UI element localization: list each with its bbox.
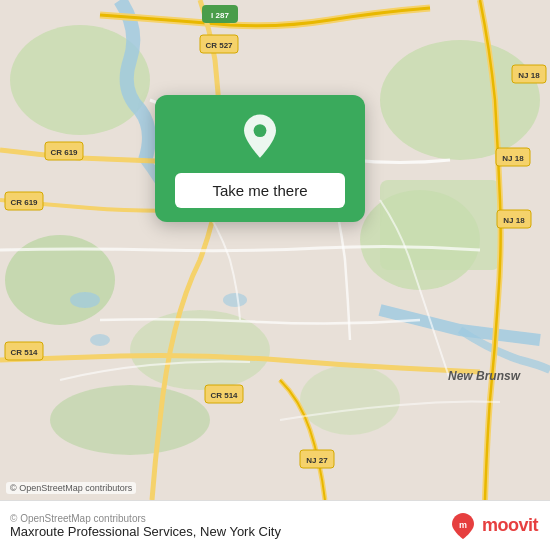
svg-text:CR 619: CR 619 (10, 198, 38, 207)
attribution-text: © OpenStreetMap contributors (10, 483, 132, 493)
svg-text:NJ 18: NJ 18 (518, 71, 540, 80)
popup-card: Take me there (155, 95, 365, 222)
bottom-bar: © OpenStreetMap contributors Maxroute Pr… (0, 500, 550, 550)
svg-point-11 (223, 293, 247, 307)
svg-text:NJ 18: NJ 18 (502, 154, 524, 163)
svg-point-10 (90, 334, 110, 346)
svg-text:CR 514: CR 514 (210, 391, 238, 400)
svg-point-9 (70, 292, 100, 308)
svg-point-33 (254, 124, 267, 137)
moovit-text: moovit (482, 515, 538, 536)
app-name: Maxroute Professional Services, New York… (10, 524, 281, 539)
moovit-logo-icon: m (449, 512, 477, 540)
svg-text:m: m (459, 520, 467, 530)
svg-point-7 (50, 385, 210, 455)
map-background: I 287 CR 527 CR 619 CR 619 NJ 18 NJ 18 N… (0, 0, 550, 500)
svg-text:NJ 27: NJ 27 (306, 456, 328, 465)
take-me-there-button[interactable]: Take me there (175, 173, 345, 208)
svg-text:I 287: I 287 (211, 11, 229, 20)
svg-point-2 (380, 40, 540, 160)
map-attribution: © OpenStreetMap contributors (6, 482, 136, 494)
svg-text:New Brunsw: New Brunsw (448, 369, 521, 383)
svg-text:CR 527: CR 527 (205, 41, 233, 50)
svg-text:NJ 18: NJ 18 (503, 216, 525, 225)
svg-point-8 (300, 365, 400, 435)
app-info: © OpenStreetMap contributors Maxroute Pr… (10, 513, 281, 539)
map-container: I 287 CR 527 CR 619 CR 619 NJ 18 NJ 18 N… (0, 0, 550, 500)
svg-rect-4 (380, 180, 500, 270)
openstreetmap-attribution: © OpenStreetMap contributors (10, 513, 281, 524)
svg-text:CR 619: CR 619 (50, 148, 78, 157)
moovit-logo: m moovit (449, 512, 538, 540)
svg-text:CR 514: CR 514 (10, 348, 38, 357)
location-pin-icon (236, 113, 284, 161)
